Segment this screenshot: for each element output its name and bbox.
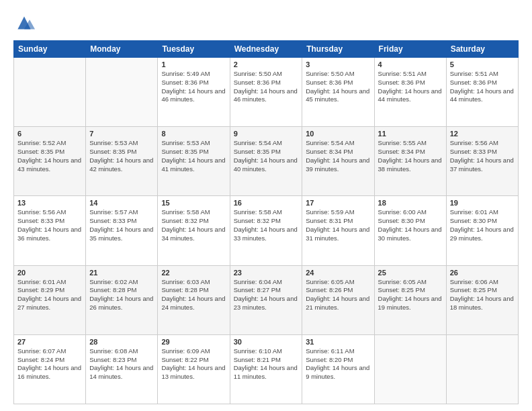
day-number: 26 (450, 269, 515, 277)
day-number: 10 (306, 130, 370, 138)
calendar-cell: 21Sunrise: 6:02 AMSunset: 8:28 PMDayligh… (86, 265, 158, 334)
day-header-tuesday: Tuesday (158, 41, 230, 58)
day-number: 19 (450, 199, 515, 207)
day-info: Sunrise: 6:06 AMSunset: 8:25 PMDaylight:… (450, 278, 515, 312)
day-number: 20 (17, 269, 82, 277)
day-header-monday: Monday (86, 41, 158, 58)
day-number: 8 (161, 130, 226, 138)
day-info: Sunrise: 5:50 AMSunset: 8:36 PMDaylight:… (306, 70, 370, 104)
day-info: Sunrise: 6:05 AMSunset: 8:26 PMDaylight:… (306, 278, 370, 312)
day-info: Sunrise: 5:51 AMSunset: 8:36 PMDaylight:… (450, 70, 515, 104)
day-info: Sunrise: 5:59 AMSunset: 8:31 PMDaylight:… (306, 208, 370, 242)
calendar-cell: 31Sunrise: 6:11 AMSunset: 8:20 PMDayligh… (302, 334, 374, 404)
day-number: 2 (234, 60, 299, 68)
day-number: 6 (17, 130, 82, 138)
calendar-cell: 27Sunrise: 6:07 AMSunset: 8:24 PMDayligh… (14, 334, 86, 404)
calendar-header-row: SundayMondayTuesdayWednesdayThursdayFrid… (14, 41, 519, 58)
calendar-cell: 12Sunrise: 5:56 AMSunset: 8:33 PMDayligh… (446, 127, 518, 196)
calendar-cell: 20Sunrise: 6:01 AMSunset: 8:29 PMDayligh… (14, 265, 86, 334)
day-info: Sunrise: 5:53 AMSunset: 8:35 PMDaylight:… (89, 139, 154, 173)
calendar-cell: 10Sunrise: 5:54 AMSunset: 8:34 PMDayligh… (302, 127, 374, 196)
calendar-week-row: 27Sunrise: 6:07 AMSunset: 8:24 PMDayligh… (14, 334, 519, 404)
calendar-week-row: 13Sunrise: 5:56 AMSunset: 8:33 PMDayligh… (14, 196, 519, 265)
day-number: 28 (89, 338, 154, 346)
day-info: Sunrise: 6:01 AMSunset: 8:30 PMDaylight:… (450, 208, 515, 242)
day-number: 16 (234, 199, 299, 207)
day-header-wednesday: Wednesday (230, 41, 302, 58)
day-info: Sunrise: 5:53 AMSunset: 8:35 PMDaylight:… (161, 139, 226, 173)
day-number: 4 (378, 60, 443, 68)
day-number: 12 (450, 130, 515, 138)
day-info: Sunrise: 6:10 AMSunset: 8:21 PMDaylight:… (234, 347, 299, 381)
day-number: 18 (378, 199, 443, 207)
calendar-cell: 4Sunrise: 5:51 AMSunset: 8:36 PMDaylight… (374, 58, 446, 127)
calendar-cell: 1Sunrise: 5:49 AMSunset: 8:36 PMDaylight… (158, 58, 230, 127)
calendar-cell (374, 334, 446, 404)
logo-icon (13, 12, 35, 34)
day-info: Sunrise: 6:08 AMSunset: 8:23 PMDaylight:… (89, 347, 154, 381)
day-number: 9 (234, 130, 299, 138)
header (13, 12, 519, 34)
day-info: Sunrise: 5:54 AMSunset: 8:34 PMDaylight:… (306, 139, 370, 173)
calendar-cell: 11Sunrise: 5:55 AMSunset: 8:34 PMDayligh… (374, 127, 446, 196)
calendar-cell: 9Sunrise: 5:54 AMSunset: 8:35 PMDaylight… (230, 127, 302, 196)
calendar-cell (86, 58, 158, 127)
calendar-cell: 15Sunrise: 5:58 AMSunset: 8:32 PMDayligh… (158, 196, 230, 265)
day-number: 31 (306, 338, 370, 346)
calendar-cell: 14Sunrise: 5:57 AMSunset: 8:33 PMDayligh… (86, 196, 158, 265)
calendar-cell: 30Sunrise: 6:10 AMSunset: 8:21 PMDayligh… (230, 334, 302, 404)
day-header-saturday: Saturday (446, 41, 518, 58)
calendar-cell: 18Sunrise: 6:00 AMSunset: 8:30 PMDayligh… (374, 196, 446, 265)
calendar-week-row: 1Sunrise: 5:49 AMSunset: 8:36 PMDaylight… (14, 58, 519, 127)
calendar-cell: 26Sunrise: 6:06 AMSunset: 8:25 PMDayligh… (446, 265, 518, 334)
calendar-cell: 8Sunrise: 5:53 AMSunset: 8:35 PMDaylight… (158, 127, 230, 196)
day-number: 11 (378, 130, 443, 138)
day-number: 23 (234, 269, 299, 277)
day-number: 27 (17, 338, 82, 346)
day-number: 13 (17, 199, 82, 207)
calendar-cell: 17Sunrise: 5:59 AMSunset: 8:31 PMDayligh… (302, 196, 374, 265)
calendar-cell: 7Sunrise: 5:53 AMSunset: 8:35 PMDaylight… (86, 127, 158, 196)
day-info: Sunrise: 6:07 AMSunset: 8:24 PMDaylight:… (17, 347, 82, 381)
day-info: Sunrise: 6:03 AMSunset: 8:28 PMDaylight:… (161, 278, 226, 312)
calendar-cell: 19Sunrise: 6:01 AMSunset: 8:30 PMDayligh… (446, 196, 518, 265)
day-info: Sunrise: 5:51 AMSunset: 8:36 PMDaylight:… (378, 70, 443, 104)
calendar-cell: 23Sunrise: 6:04 AMSunset: 8:27 PMDayligh… (230, 265, 302, 334)
day-header-thursday: Thursday (302, 41, 374, 58)
calendar-cell: 22Sunrise: 6:03 AMSunset: 8:28 PMDayligh… (158, 265, 230, 334)
calendar-cell: 25Sunrise: 6:05 AMSunset: 8:25 PMDayligh… (374, 265, 446, 334)
day-info: Sunrise: 5:56 AMSunset: 8:33 PMDaylight:… (17, 208, 82, 242)
logo (13, 12, 36, 34)
day-number: 21 (89, 269, 154, 277)
day-info: Sunrise: 5:56 AMSunset: 8:33 PMDaylight:… (450, 139, 515, 173)
day-number: 30 (234, 338, 299, 346)
calendar-cell: 16Sunrise: 5:58 AMSunset: 8:32 PMDayligh… (230, 196, 302, 265)
day-info: Sunrise: 5:54 AMSunset: 8:35 PMDaylight:… (234, 139, 299, 173)
calendar-cell: 6Sunrise: 5:52 AMSunset: 8:35 PMDaylight… (14, 127, 86, 196)
day-number: 29 (161, 338, 226, 346)
calendar-week-row: 6Sunrise: 5:52 AMSunset: 8:35 PMDaylight… (14, 127, 519, 196)
calendar-cell (446, 334, 518, 404)
calendar-cell: 28Sunrise: 6:08 AMSunset: 8:23 PMDayligh… (86, 334, 158, 404)
day-number: 5 (450, 60, 515, 68)
day-number: 24 (306, 269, 370, 277)
day-header-friday: Friday (374, 41, 446, 58)
day-info: Sunrise: 5:49 AMSunset: 8:36 PMDaylight:… (161, 70, 226, 104)
calendar-cell: 2Sunrise: 5:50 AMSunset: 8:36 PMDaylight… (230, 58, 302, 127)
calendar-cell (14, 58, 86, 127)
day-info: Sunrise: 5:57 AMSunset: 8:33 PMDaylight:… (89, 208, 154, 242)
calendar: SundayMondayTuesdayWednesdayThursdayFrid… (13, 40, 519, 404)
day-info: Sunrise: 6:02 AMSunset: 8:28 PMDaylight:… (89, 278, 154, 312)
day-info: Sunrise: 5:58 AMSunset: 8:32 PMDaylight:… (234, 208, 299, 242)
day-number: 22 (161, 269, 226, 277)
day-info: Sunrise: 5:52 AMSunset: 8:35 PMDaylight:… (17, 139, 82, 173)
day-number: 15 (161, 199, 226, 207)
calendar-cell: 5Sunrise: 5:51 AMSunset: 8:36 PMDaylight… (446, 58, 518, 127)
day-number: 7 (89, 130, 154, 138)
day-info: Sunrise: 5:58 AMSunset: 8:32 PMDaylight:… (161, 208, 226, 242)
day-info: Sunrise: 6:09 AMSunset: 8:22 PMDaylight:… (161, 347, 226, 381)
day-header-sunday: Sunday (14, 41, 86, 58)
calendar-week-row: 20Sunrise: 6:01 AMSunset: 8:29 PMDayligh… (14, 265, 519, 334)
day-number: 25 (378, 269, 443, 277)
day-info: Sunrise: 6:11 AMSunset: 8:20 PMDaylight:… (306, 347, 370, 381)
